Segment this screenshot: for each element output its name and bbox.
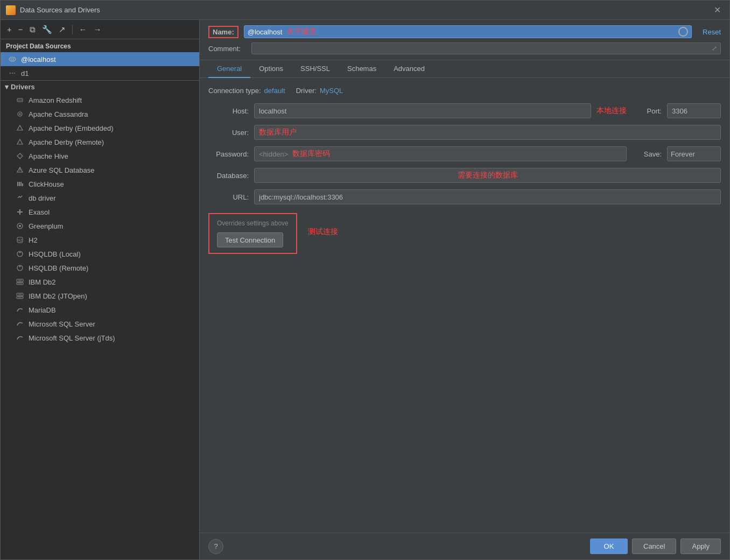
password-row: Password: <hidden> 数据库密码 Save: Forever U… [208,146,721,161]
host-label: Host: [208,107,249,115]
d1-icon [8,69,17,77]
project-datasources-label: Project Data Sources [1,39,199,52]
right-header: Name: @localhost 名字随意 Reset Comment: ⤢ [200,20,729,60]
mariadb-icon [16,306,24,314]
test-connection-button[interactable]: Test Connection [217,232,283,247]
driver-mariadb-label: MariaDB [29,306,56,314]
driver-apache-derby-remote[interactable]: Apache Derby (Remote) [1,135,199,149]
add-button[interactable]: + [5,24,14,35]
cancel-button[interactable]: Cancel [632,538,676,554]
database-label: Database: [208,172,249,180]
tab-general[interactable]: General [208,60,250,78]
driver-azure-sql-label: Azure SQL Database [29,166,94,174]
driver-greenplum-label: Greenplum [29,222,63,230]
bottom-bar: ? OK Cancel Apply [200,533,729,559]
amazon-redshift-icon [16,96,24,104]
svg-text:Db2: Db2 [18,282,22,285]
database-row: Database: 需要连接的数据库 [208,168,721,183]
main-window: Data Sources and Drivers ✕ + − ⧉ 🔧 ↗ ← →… [0,0,730,560]
driver-clickhouse-label: ClickHouse [29,180,64,188]
ibm-db2-icon: IBM Db2 [16,278,24,286]
driver-greenplum[interactable]: Greenplum [1,219,199,233]
tab-sshssl[interactable]: SSH/SSL [292,60,339,78]
user-input[interactable]: 数据库用户 [254,125,721,140]
expand-icon: ⤢ [712,45,717,52]
password-hidden: <hidden> [259,150,288,158]
port-input[interactable] [667,103,721,118]
apply-button[interactable]: Apply [680,538,721,554]
svg-point-19 [19,225,21,227]
driver-mssql-jtds-label: Microsoft SQL Server (jTds) [29,334,115,342]
back-button[interactable]: ← [77,24,89,35]
h2-icon: H2 [16,236,24,244]
localhost-icon [8,55,17,63]
ibm-db2-jtopen-icon: IBM Db2 [16,292,24,300]
name-circle [678,27,688,37]
driver-ibm-db2[interactable]: IBM Db2 IBM Db2 [1,275,199,289]
copy-button[interactable]: ⧉ [27,24,38,36]
comment-label: Comment: [208,45,246,53]
host-input[interactable] [254,103,591,118]
driver-apache-cassandra[interactable]: Apache Cassandra [1,107,199,121]
tab-schemas[interactable]: Schemas [339,60,385,78]
driver-mssql[interactable]: Microsoft SQL Server [1,317,199,331]
connection-type-label: Connection type: [208,87,261,95]
driver-db-driver-label: db driver [29,194,56,202]
database-annotation: 需要连接的数据库 [458,171,518,180]
driver-apache-cassandra-label: Apache Cassandra [29,110,88,118]
comment-input[interactable]: ⤢ [251,42,721,54]
dialog-buttons: OK Cancel Apply [590,538,721,554]
tab-advanced[interactable]: Advanced [385,60,433,78]
svg-point-1 [11,58,14,60]
svg-point-23 [19,252,21,253]
driver-h2[interactable]: H2 H2 [1,233,199,247]
toolbar-separator [72,25,73,34]
driver-mariadb[interactable]: MariaDB [1,303,199,317]
svg-rect-12 [17,182,18,186]
mssql-icon [16,320,24,328]
database-input[interactable]: 需要连接的数据库 [254,168,721,183]
password-label: Password: [208,150,249,158]
driver-apache-derby-embedded[interactable]: Apache Derby (Embedded) [1,121,199,135]
title-bar: Data Sources and Drivers ✕ [1,1,729,20]
apache-derby-remote-icon [16,138,24,146]
ok-button[interactable]: OK [590,538,628,554]
sidebar-item-localhost[interactable]: @localhost [1,52,199,66]
forward-button[interactable]: → [92,24,104,35]
url-row: URL: [208,189,721,204]
password-input[interactable]: <hidden> 数据库密码 [254,146,627,161]
svg-rect-13 [19,182,20,186]
close-button[interactable]: ✕ [711,4,724,16]
driver-amazon-redshift[interactable]: Amazon Redshift [1,93,199,107]
sidebar-item-d1[interactable]: d1 [1,66,199,80]
connection-type-row: Connection type: default Driver: MySQL [208,87,721,95]
name-annotation: 名字随意 [286,27,317,37]
driver-hsqldb-local[interactable]: HSQLDB (Local) [1,247,199,261]
export-button[interactable]: ↗ [57,24,68,36]
driver-clickhouse[interactable]: ClickHouse [1,177,199,191]
name-label: Name: [208,26,238,38]
sidebar-toolbar: + − ⧉ 🔧 ↗ ← → [1,20,199,39]
driver-db-driver[interactable]: db driver [1,191,199,205]
drivers-header[interactable]: ▾ Drivers [1,80,199,93]
driver-mssql-jtds[interactable]: Microsoft SQL Server (jTds) [1,331,199,345]
driver-amazon-redshift-label: Amazon Redshift [29,96,82,104]
driver-mssql-label: Microsoft SQL Server [29,320,95,328]
tab-options[interactable]: Options [250,60,292,78]
driver-exasol[interactable]: Exasol [1,205,199,219]
app-icon [6,5,16,15]
driver-ibm-db2-jtopen[interactable]: IBM Db2 IBM Db2 (JTOpen) [1,289,199,303]
greenplum-icon [16,222,24,230]
svg-text:Db2: Db2 [18,296,22,299]
driver-apache-hive[interactable]: Apache Hive [1,149,199,163]
url-input[interactable] [254,189,721,204]
driver-hsqldb-remote[interactable]: HSQLDB (Remote) [1,261,199,275]
reset-button[interactable]: Reset [703,28,721,36]
driver-apache-derby-embedded-label: Apache Derby (Embedded) [29,124,114,132]
help-button[interactable]: ? [208,539,223,554]
sidebar-list: Project Data Sources @localhost [1,39,199,559]
remove-button[interactable]: − [16,24,25,35]
settings-button[interactable]: 🔧 [40,24,54,36]
driver-azure-sql[interactable]: Azure SQL Database [1,163,199,177]
save-select[interactable]: Forever Until restart Never [667,146,721,161]
